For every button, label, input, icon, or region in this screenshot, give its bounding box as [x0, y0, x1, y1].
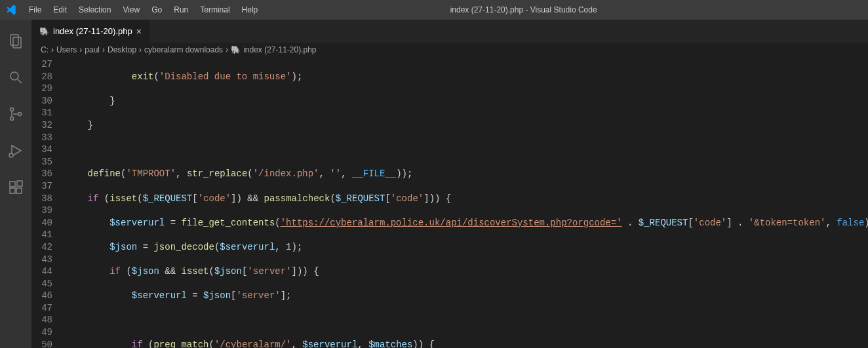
svg-point-5	[10, 117, 14, 121]
editor-tabs: 🐘 index (27-11-20).php ×	[31, 20, 868, 43]
extensions-icon[interactable]	[0, 172, 31, 203]
svg-rect-0	[10, 35, 18, 45]
line-number: 32	[31, 119, 52, 132]
chevron-right-icon: ›	[139, 45, 142, 54]
breadcrumb-segment[interactable]: Desktop	[108, 45, 136, 54]
line-number: 48	[31, 314, 52, 326]
line-number: 39	[31, 204, 52, 217]
line-number: 40	[31, 217, 52, 229]
breadcrumb-segment[interactable]: cyberalarm downloads	[144, 45, 223, 54]
svg-point-2	[10, 72, 18, 80]
svg-line-3	[18, 79, 22, 83]
chevron-right-icon: ›	[102, 45, 105, 54]
svg-point-8	[9, 153, 13, 157]
line-number: 36	[31, 168, 52, 180]
menu-file[interactable]: File	[24, 3, 47, 17]
chevron-right-icon: ›	[79, 45, 82, 54]
menubar: File Edit Selection View Go Run Terminal…	[24, 3, 263, 17]
tab-label: index (27-11-20).php	[53, 26, 132, 36]
svg-rect-1	[13, 37, 21, 48]
php-file-icon: 🐘	[39, 27, 49, 36]
line-number: 38	[31, 193, 52, 205]
search-icon[interactable]	[0, 62, 31, 93]
menu-help[interactable]: Help	[237, 3, 264, 17]
line-number: 28	[31, 71, 52, 83]
line-number: 45	[31, 278, 52, 290]
code-lines[interactable]: exit('Disabled due to misuse'); } } defi…	[66, 57, 868, 348]
code-editor[interactable]: 2728293031323334353637383940414243444546…	[31, 57, 868, 348]
svg-point-4	[10, 108, 14, 111]
titlebar: File Edit Selection View Go Run Terminal…	[0, 0, 868, 20]
line-number: 30	[31, 95, 52, 107]
menu-terminal[interactable]: Terminal	[195, 3, 235, 17]
line-number: 35	[31, 156, 52, 168]
explorer-icon[interactable]	[0, 25, 31, 56]
line-number: 31	[31, 107, 52, 119]
line-number: 29	[31, 83, 52, 95]
main-area: 🐘 index (27-11-20).php × C:› Users› paul…	[0, 20, 868, 348]
editor-group: 🐘 index (27-11-20).php × C:› Users› paul…	[31, 20, 868, 348]
menu-edit[interactable]: Edit	[48, 3, 72, 17]
php-file-icon: 🐘	[231, 45, 241, 54]
breadcrumb-segment[interactable]: Users	[56, 45, 77, 54]
run-debug-icon[interactable]	[0, 135, 31, 166]
breadcrumbs[interactable]: C:› Users› paul› Desktop› cyberalarm dow…	[31, 43, 868, 57]
svg-point-6	[18, 113, 22, 116]
line-number: 33	[31, 132, 52, 144]
tab-active[interactable]: 🐘 index (27-11-20).php ×	[31, 20, 150, 43]
vscode-logo-icon	[5, 4, 17, 16]
line-number: 49	[31, 326, 52, 339]
line-number: 50	[31, 339, 52, 348]
svg-rect-9	[10, 182, 15, 187]
breadcrumb-segment[interactable]: C:	[41, 45, 49, 54]
menu-view[interactable]: View	[117, 3, 145, 17]
line-number: 46	[31, 290, 52, 302]
breadcrumb-segment[interactable]: index (27-11-20).php	[243, 45, 316, 54]
menu-selection[interactable]: Selection	[73, 3, 116, 17]
line-number: 41	[31, 229, 52, 241]
line-number-gutter: 2728293031323334353637383940414243444546…	[31, 57, 66, 348]
chevron-right-icon: ›	[51, 45, 54, 54]
activity-bar	[0, 20, 31, 348]
menu-run[interactable]: Run	[168, 3, 193, 17]
breadcrumb-segment[interactable]: paul	[85, 45, 100, 54]
svg-rect-12	[17, 181, 22, 186]
line-number: 43	[31, 254, 52, 266]
line-number: 42	[31, 241, 52, 254]
close-icon[interactable]: ×	[136, 27, 142, 36]
line-number: 27	[31, 58, 52, 71]
line-number: 37	[31, 180, 52, 193]
line-number: 47	[31, 302, 52, 315]
source-control-icon[interactable]	[0, 98, 31, 130]
window-title: index (27-11-20).php - Visual Studio Cod…	[263, 5, 784, 14]
line-number: 34	[31, 144, 52, 156]
menu-go[interactable]: Go	[146, 3, 167, 17]
line-number: 44	[31, 265, 52, 278]
chevron-right-icon: ›	[226, 45, 228, 54]
svg-rect-11	[16, 188, 22, 193]
svg-rect-10	[10, 188, 15, 193]
